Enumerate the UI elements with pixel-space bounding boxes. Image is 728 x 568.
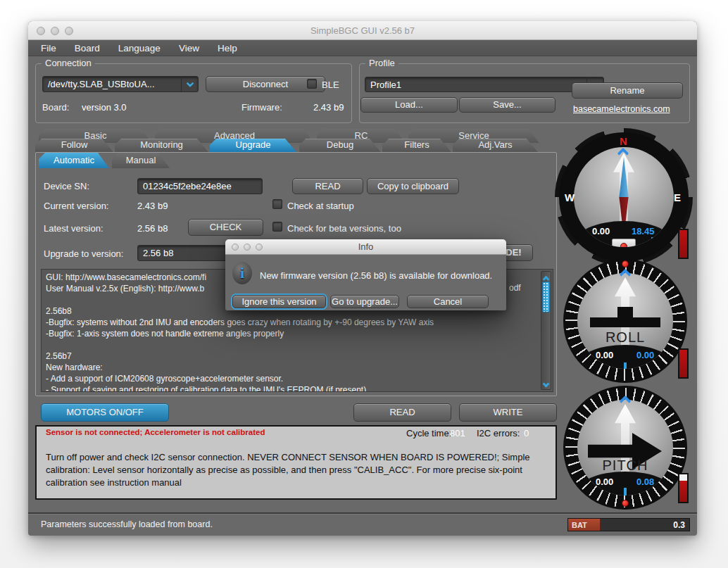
cancel-button[interactable]: Cancel — [407, 295, 489, 308]
check-startup-checkbox[interactable] — [272, 199, 282, 209]
i2c-errors-value: 0 — [524, 428, 529, 438]
compass-north: N — [620, 135, 627, 147]
tab-adjvars[interactable]: Adj.Vars — [453, 139, 538, 152]
compass-east: E — [674, 191, 681, 203]
changelog-line: - Add a support of ICM20608 gyroscope+ac… — [46, 373, 548, 384]
check-button[interactable]: CHECK — [188, 219, 263, 236]
tab-monitoring[interactable]: Monitoring — [115, 139, 208, 152]
info-dialog: Info i New firmware version (2.56 b8) is… — [225, 239, 506, 310]
yaw-level-bar — [678, 229, 689, 259]
check-beta-checkbox[interactable] — [272, 222, 282, 232]
menu-language[interactable]: Language — [118, 43, 161, 53]
save-button[interactable]: Save... — [459, 97, 556, 113]
menubar: File Board Language View Help — [28, 40, 697, 56]
changelog-clipped-text: odf — [509, 283, 521, 293]
scroll-up-icon[interactable] — [542, 274, 550, 279]
latest-version-value: 2.56 b8 — [137, 223, 168, 234]
check-startup-label: Check at startup — [287, 201, 354, 211]
pitch-value-target: 0.00 — [596, 477, 613, 487]
menu-board[interactable]: Board — [75, 43, 100, 53]
current-version-label: Current version: — [44, 201, 108, 211]
battery-label: BAT — [568, 519, 601, 531]
firmware-value: 2.43 b9 — [313, 102, 344, 113]
red-dot-icon — [622, 500, 629, 507]
sensor-error-text: Sensor is not connected; Accelerometer i… — [46, 428, 265, 436]
basecam-link[interactable]: basecamelectronics.com — [573, 104, 670, 114]
tab-automatic[interactable]: Automatic — [39, 153, 109, 168]
red-dot-icon — [620, 243, 627, 247]
pitch-gauge: PITCH 0.00 0.08 — [563, 386, 687, 510]
menu-help[interactable]: Help — [218, 43, 237, 53]
current-version-value: 2.43 b9 — [137, 201, 168, 211]
device-sn-label: Device SN: — [44, 181, 89, 191]
roll-wings-icon — [590, 317, 660, 327]
port-select[interactable]: /dev/tty.SLAB_USBtoUA... — [42, 76, 199, 92]
device-sn-field[interactable]: 01234c5f2ebe24e8ee — [137, 178, 263, 194]
gauge-face: 0.00 18.45 — [574, 147, 674, 247]
tab-follow[interactable]: Follow — [35, 139, 113, 152]
changelog-line: New hardware: — [46, 362, 548, 373]
roll-wings-center-icon — [617, 307, 633, 317]
window-title: SimpleBGC GUI v2.56 b7 — [28, 25, 697, 36]
info-icon: i — [232, 262, 252, 284]
write-button[interactable]: WRITE — [459, 403, 557, 422]
roll-value-target: 0.00 — [596, 350, 613, 360]
changelog-line: 2.56b7 — [46, 351, 548, 362]
dialog-title: Info — [225, 241, 506, 252]
connection-group-label: Connection — [42, 58, 95, 68]
i2c-errors-label: I2C errors: — [477, 428, 520, 438]
changelog-scrollbar[interactable] — [541, 271, 551, 390]
dialog-titlebar: Info — [225, 239, 506, 255]
pitch-level-bar — [678, 473, 689, 503]
menu-view[interactable]: View — [179, 43, 199, 53]
tab-upgrade[interactable]: Upgrade — [210, 139, 296, 152]
load-button[interactable]: Load... — [360, 97, 458, 113]
roll-label: ROLL — [577, 329, 673, 346]
ble-label: BLE — [322, 80, 339, 90]
titlebar: SimpleBGC GUI v2.56 b7 — [28, 21, 697, 40]
motors-onoff-button[interactable]: MOTORS ON/OFF — [41, 403, 169, 422]
cycle-time-label: Cycle time: — [406, 428, 451, 438]
cycle-time-value: 801 — [450, 428, 465, 438]
upgrade-to-value: 2.56 b8 — [143, 248, 173, 258]
board-value: version 3.0 — [82, 102, 127, 113]
read-sn-button[interactable]: READ — [292, 178, 363, 194]
changelog-line: - Support of saving and restoring of cal… — [46, 384, 548, 392]
dialog-body: i New firmware version (2.56 b8) is avai… — [225, 255, 506, 310]
app-window: SimpleBGC GUI v2.56 b7 File Board Langua… — [28, 21, 697, 536]
profile-group-label: Profile — [365, 58, 398, 68]
battery-value: 0.3 — [673, 520, 685, 530]
goto-upgrade-button[interactable]: Go to upgrade... — [330, 295, 399, 308]
scrollbar-thumb[interactable] — [542, 282, 550, 313]
connection-group: Connection — [35, 63, 352, 123]
ble-checkbox[interactable] — [307, 79, 317, 89]
read-button[interactable]: READ — [353, 403, 451, 422]
gauge-face: ROLL 0.00 0.00 — [577, 273, 673, 369]
port-value: /dev/tty.SLAB_USBtoUA... — [48, 79, 155, 89]
upgrade-to-label: Upgrade to version: — [44, 248, 123, 259]
chevron-down-icon — [181, 77, 198, 91]
changelog-line — [46, 339, 548, 351]
statusbar-separator — [28, 512, 697, 514]
check-beta-label: Check for beta versions, too — [287, 223, 401, 234]
profile-select[interactable]: Profile1 — [365, 77, 604, 92]
compass-west: W — [565, 191, 575, 203]
ignore-version-button[interactable]: Ignore this version — [232, 295, 326, 308]
changelog-line: -Bugfix: systems without 2nd IMU and enc… — [46, 317, 548, 328]
roll-value-current: 0.00 — [636, 350, 654, 360]
scroll-down-icon[interactable] — [542, 381, 550, 387]
blue-tick-icon — [624, 488, 627, 496]
tab-debug[interactable]: Debug — [299, 139, 381, 152]
pitch-value-current: 0.08 — [636, 477, 654, 487]
battery-indicator: BAT 0.3 — [567, 518, 690, 531]
menu-file[interactable]: File — [41, 43, 56, 53]
changelog-line: -Bugfix: 1-axis system does not handle e… — [46, 328, 548, 339]
copy-clipboard-button[interactable]: Copy to clipboard — [367, 178, 459, 194]
rename-button[interactable]: Rename — [572, 82, 683, 99]
calibration-instructions: Turn off power and check I2C sensor conn… — [46, 451, 537, 490]
roll-level-bar — [678, 348, 689, 379]
status-message: Parameters successfully loaded from boar… — [41, 519, 213, 529]
yaw-value-current: 18.45 — [632, 226, 655, 236]
tab-filters[interactable]: Filters — [382, 139, 451, 152]
yaw-value-target: 0.00 — [592, 226, 610, 236]
